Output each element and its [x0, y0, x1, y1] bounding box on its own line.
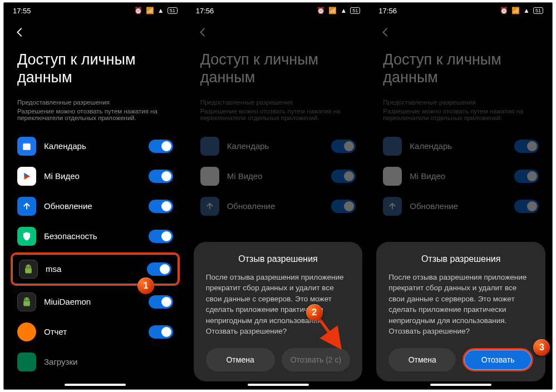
app-row-mivideo[interactable]: Mi Видео: [13, 161, 178, 191]
status-time: 17:56: [378, 7, 397, 15]
alarm-icon: ⏰: [500, 7, 508, 14]
app-row-msa[interactable]: msa: [11, 252, 180, 286]
app-row-security[interactable]: Безопасность: [13, 221, 178, 251]
home-indicator[interactable]: [248, 384, 309, 386]
dialog-title: Отзыв разрешения: [206, 254, 351, 264]
toggle-switch[interactable]: [149, 170, 173, 183]
page-title: Доступ к личным данным: [370, 45, 552, 89]
app-row-miuidaemon[interactable]: MiuiDaemon: [13, 287, 178, 317]
phone-screen-1: 17:55 ⏰ 📶 ▲ 51 Доступ к личным данным Пр…: [4, 3, 186, 389]
app-label: Обновление: [227, 201, 324, 211]
dialog-title: Отзыв разрешения: [388, 254, 533, 264]
toggle-switch[interactable]: [149, 295, 173, 309]
svg-point-7: [28, 299, 29, 300]
toggle-switch[interactable]: [147, 262, 171, 276]
app-label: Mi Видео: [227, 171, 324, 181]
revoke-dialog: Отзыв разрешения После отзыва разрешения…: [194, 242, 363, 381]
video-icon: [383, 167, 402, 186]
toggle-switch: [331, 140, 356, 153]
app-list: Календарь Mi Видео Обновление: [187, 129, 370, 221]
app-row-calendar: Календарь: [378, 131, 543, 161]
app-label: Загрузки: [44, 357, 173, 366]
toggle-switch: [514, 200, 539, 213]
download-icon: [17, 353, 36, 371]
annotation-arrow: [314, 314, 347, 353]
back-icon[interactable]: [14, 26, 26, 38]
toggle-switch: [514, 140, 539, 153]
toggle-switch: [331, 170, 356, 183]
status-bar: 17:55 ⏰ 📶 ▲ 51: [4, 3, 186, 18]
wifi-icon: ▲: [523, 7, 530, 14]
app-row-downloads[interactable]: Загрузки: [13, 347, 178, 377]
annotation-badge-3: 3: [533, 339, 550, 356]
section-hint: Разрешение можно отозвать путем нажатия …: [370, 107, 552, 129]
annotation-badge-1: 1: [137, 277, 154, 294]
app-label: Mi Видео: [410, 171, 506, 181]
revoke-dialog: Отзыв разрешения После отзыва разрешения…: [376, 242, 545, 381]
app-label: Календарь: [410, 141, 506, 151]
calendar-icon: [383, 137, 402, 156]
home-indicator[interactable]: [430, 384, 491, 386]
video-icon: [200, 167, 219, 186]
android-icon: [17, 292, 36, 311]
app-label: Mi Видео: [44, 171, 141, 181]
battery-icon: 51: [168, 7, 178, 14]
toggle-switch: [331, 200, 356, 213]
app-row-calendar: Календарь: [196, 131, 361, 161]
confirm-button[interactable]: Отозвать: [462, 348, 533, 371]
section-subtitle: Предоставленные разрешения: [4, 89, 186, 107]
toggle-switch[interactable]: [149, 325, 173, 339]
report-icon: [17, 322, 36, 341]
page-title: Доступ к личным данным: [187, 45, 370, 89]
video-icon: [17, 167, 36, 186]
app-row-update: Обновление: [196, 191, 361, 221]
app-row-mivideo: Mi Видео: [196, 161, 361, 191]
signal-icon: 📶: [511, 7, 520, 14]
status-time: 17:55: [13, 7, 31, 15]
svg-rect-1: [23, 143, 31, 145]
section-subtitle: Предоставленные разрешения: [187, 89, 370, 107]
svg-point-4: [27, 266, 28, 267]
battery-icon: 51: [533, 7, 543, 14]
home-indicator[interactable]: [65, 384, 126, 386]
page-title: Доступ к личным данным: [4, 45, 186, 89]
app-label: Обновление: [410, 201, 506, 211]
back-icon: [197, 26, 209, 38]
back-icon: [380, 26, 392, 38]
app-label: Календарь: [227, 141, 324, 151]
toggle-switch[interactable]: [149, 230, 173, 243]
app-label: Отчет: [44, 327, 141, 336]
status-icons: ⏰📶▲ 51: [317, 7, 360, 14]
phone-screen-2: 17:56 ⏰📶▲ 51 Доступ к личным данным Пред…: [186, 3, 370, 389]
calendar-icon: [200, 137, 219, 156]
dialog-body: После отзыва разрешения приложение прекр…: [388, 272, 533, 337]
phone-screen-3: 17:56 ⏰📶▲ 51 Доступ к личным данным Пред…: [369, 3, 552, 389]
status-time: 17:56: [196, 7, 214, 15]
toggle-switch[interactable]: [149, 140, 173, 153]
section-subtitle: Предоставленные разрешения: [370, 89, 552, 107]
update-icon: [383, 197, 402, 216]
status-icons: ⏰ 📶 ▲ 51: [134, 7, 178, 14]
update-icon: [17, 197, 36, 216]
app-label: Календарь: [44, 141, 141, 151]
wifi-icon: ▲: [340, 7, 347, 14]
android-icon: [19, 260, 38, 279]
signal-icon: 📶: [328, 7, 337, 14]
signal-icon: 📶: [146, 7, 154, 14]
app-row-update: Обновление: [378, 191, 543, 221]
status-icons: ⏰📶▲ 51: [500, 7, 543, 14]
app-row-mivideo: Mi Видео: [378, 161, 543, 191]
app-label: Обновление: [44, 201, 141, 211]
app-row-report[interactable]: Отчет: [13, 317, 178, 347]
app-label: MiuiDaemon: [44, 297, 141, 306]
status-bar: 17:56 ⏰📶▲ 51: [370, 3, 552, 18]
svg-point-5: [29, 266, 31, 267]
cancel-button[interactable]: Отмена: [206, 348, 275, 371]
app-list: Календарь Mi Видео Обновление: [370, 129, 552, 221]
update-icon: [200, 197, 219, 216]
app-row-update[interactable]: Обновление: [13, 191, 178, 221]
cancel-button[interactable]: Отмена: [388, 348, 456, 371]
alarm-icon: ⏰: [134, 7, 142, 14]
toggle-switch[interactable]: [149, 200, 173, 213]
app-row-calendar[interactable]: Календарь: [13, 131, 178, 161]
